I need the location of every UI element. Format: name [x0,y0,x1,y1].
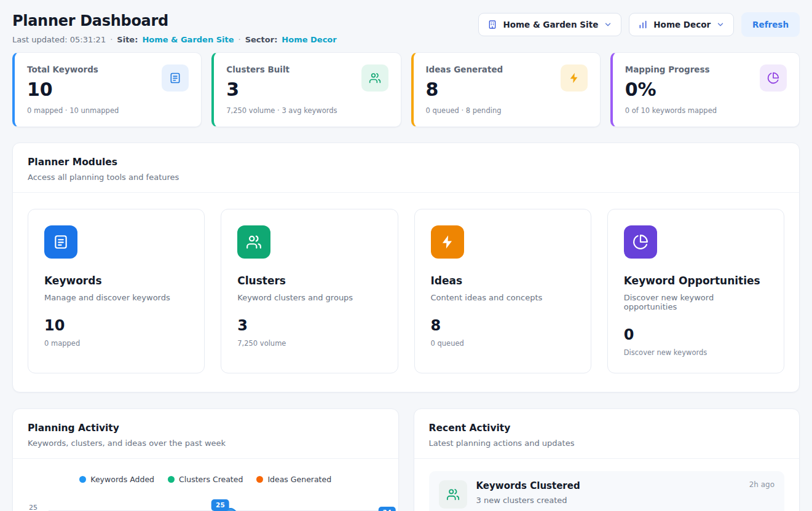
module-card-clusters[interactable]: Clusters Keyword clusters and groups 3 7… [221,209,398,373]
pie-chart-icon [624,225,657,259]
page-header: Planner Dashboard Last updated: 05:31:21… [0,0,812,44]
header-left: Planner Dashboard Last updated: 05:31:21… [12,12,337,44]
stat-label: Ideas Generated [426,64,503,74]
module-value: 0 [624,326,768,343]
legend-dot [256,476,263,483]
page-meta: Last updated: 05:31:21 · Site: Home & Ga… [12,35,337,44]
activity-timestamp: 2h ago [749,480,775,489]
legend-item-clusters-created: Clusters Created [168,475,243,484]
activity-text: Keywords Clustered 3 new clusters create… [476,480,580,505]
panel-title: Recent Activity [429,423,785,434]
last-updated-text: Last updated: 05:31:21 [12,35,106,44]
stat-label: Clusters Built [226,64,337,74]
chevron-down-icon [716,20,725,29]
stat-info: Clusters Built 3 7,250 volume · 3 avg ke… [226,64,337,115]
stat-subtext: 7,250 volume · 3 avg keywords [226,106,337,115]
y-axis-tick: 25 [29,504,37,511]
bar-chart-icon [638,20,648,29]
document-icon [162,64,189,92]
recent-activity-header: Recent Activity Latest planning actions … [414,409,800,459]
lightning-icon [561,64,588,92]
planner-dashboard-page: Planner Dashboard Last updated: 05:31:21… [0,0,812,511]
data-point-label: 24 [378,507,396,511]
site-selector-label: Home & Garden Site [503,20,598,29]
building-icon [487,20,497,29]
legend-dot [79,476,86,483]
site-selector-dropdown[interactable]: Home & Garden Site [478,13,621,36]
stat-card-clusters-built: Clusters Built 3 7,250 volume · 3 avg ke… [211,52,401,127]
document-icon [44,225,77,259]
panel-subtitle: Latest planning actions and updates [429,439,785,448]
users-icon [237,225,270,259]
area-chart: 25 25 24 [28,494,384,511]
activity-description: 3 new clusters created [476,496,580,505]
legend-label: Ideas Generated [267,475,331,484]
page-title: Planner Dashboard [12,12,337,29]
users-icon [439,480,467,509]
stat-subtext: 0 of 10 keywords mapped [625,106,717,115]
sector-selector-dropdown[interactable]: Home Decor [629,13,734,36]
module-description: Content ideas and concepts [431,293,575,302]
stat-info: Total Keywords 10 0 mapped · 10 unmapped [27,64,119,115]
stat-label: Mapping Progress [625,64,717,74]
stats-row: Total Keywords 10 0 mapped · 10 unmapped… [0,52,812,127]
module-title: Clusters [237,275,381,287]
stat-value: 0% [625,79,717,100]
module-description: Manage and discover keywords [44,293,188,302]
module-subtext: Discover new keywords [624,348,768,357]
stat-card-mapping-progress: Mapping Progress 0% 0 of 10 keywords map… [610,52,800,127]
users-icon [361,64,388,92]
meta-separator: · [110,35,112,44]
planning-activity-body: Keywords Added Clusters Created Ideas Ge… [13,459,398,511]
module-subtext: 7,250 volume [237,339,381,348]
module-subtext: 0 mapped [44,339,188,348]
module-value: 8 [431,317,575,334]
module-card-keywords[interactable]: Keywords Manage and discover keywords 10… [28,209,205,373]
legend-label: Clusters Created [179,475,243,484]
panel-title: Planning Activity [28,423,384,434]
module-card-keyword-opportunities[interactable]: Keyword Opportunities Discover new keywo… [607,209,784,373]
bottom-panels: Planning Activity Keywords, clusters, an… [12,408,800,511]
planner-modules-section: Planner Modules Access all planning tool… [12,142,800,392]
site-link[interactable]: Home & Garden Site [142,35,234,44]
sector-label: Sector: [245,35,278,44]
legend-item-keywords-added: Keywords Added [79,475,154,484]
legend-item-ideas-generated: Ideas Generated [256,475,331,484]
stat-info: Mapping Progress 0% 0 of 10 keywords map… [625,64,717,115]
module-value: 10 [44,317,188,334]
stat-subtext: 0 queued · 8 pending [426,106,503,115]
planner-modules-header: Planner Modules Access all planning tool… [13,143,799,193]
meta-separator: · [238,35,241,44]
activity-title: Keywords Clustered [476,480,580,491]
recent-activity-panel: Recent Activity Latest planning actions … [414,408,800,511]
module-subtext: 0 queued [431,339,575,348]
module-title: Keywords [44,275,188,287]
stat-value: 10 [27,79,119,100]
stat-value: 8 [426,79,503,100]
sector-link[interactable]: Home Decor [282,35,336,44]
stat-subtext: 0 mapped · 10 unmapped [27,106,119,115]
stat-card-ideas-generated: Ideas Generated 8 0 queued · 8 pending [411,52,601,127]
sector-selector-label: Home Decor [653,20,711,29]
stat-label: Total Keywords [27,64,119,74]
stat-info: Ideas Generated 8 0 queued · 8 pending [426,64,503,115]
module-value: 3 [237,317,381,334]
site-label: Site: [117,35,138,44]
module-card-ideas[interactable]: Ideas Content ideas and concepts 8 0 que… [414,209,591,373]
stat-value: 3 [226,79,337,100]
module-title: Ideas [431,275,575,287]
planning-activity-header: Planning Activity Keywords, clusters, an… [13,409,398,459]
panel-subtitle: Keywords, clusters, and ideas over the p… [28,439,384,448]
module-description: Keyword clusters and groups [237,293,381,302]
section-subtitle: Access all planning tools and features [28,173,784,182]
refresh-button[interactable]: Refresh [741,12,800,37]
section-title: Planner Modules [28,157,784,168]
activity-list-item: Keywords Clustered 3 new clusters create… [429,471,785,511]
legend-label: Keywords Added [90,475,154,484]
pie-chart-icon [760,64,787,92]
data-point-label: 25 [211,499,229,511]
recent-activity-body: Keywords Clustered 3 new clusters create… [414,459,800,511]
module-title: Keyword Opportunities [624,275,768,287]
lightning-icon [431,225,464,259]
legend-dot [168,476,175,483]
